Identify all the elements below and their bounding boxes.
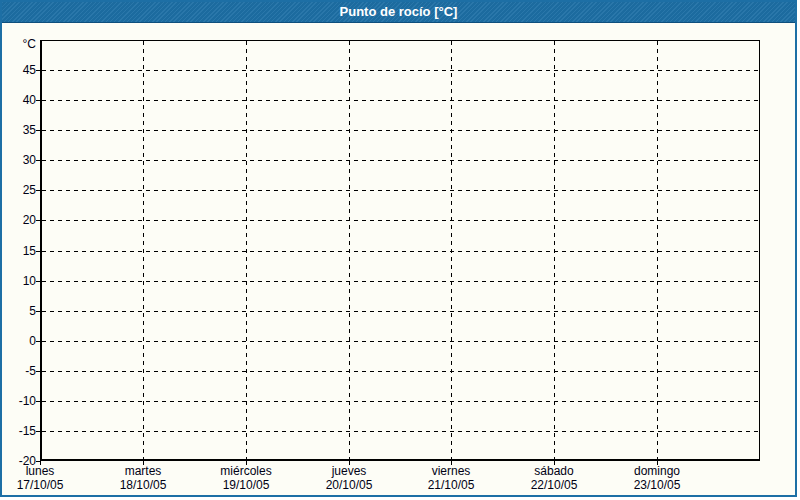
x-day-label: martes18/10/05 <box>88 464 198 492</box>
day-date: 20/10/05 <box>294 478 404 492</box>
chart-window: Punto de rocío [°C] domingo23/10/05sábad… <box>0 0 800 500</box>
day-date: 22/10/05 <box>499 478 609 492</box>
title-bar: Punto de rocío [°C] <box>2 2 795 23</box>
day-date: 17/10/05 <box>0 478 95 492</box>
chart-title: Punto de rocío [°C] <box>340 2 458 22</box>
day-name: sábado <box>499 464 609 478</box>
x-axis-tick <box>657 461 658 465</box>
day-name: viernes <box>396 464 506 478</box>
x-axis-tick <box>246 461 247 465</box>
x-axis-tick <box>40 461 41 465</box>
y-tick-label: -10 <box>0 394 36 408</box>
day-name: martes <box>88 464 198 478</box>
x-day-label: sábado22/10/05 <box>499 464 609 492</box>
y-axis-unit-label: °C <box>0 37 36 51</box>
y-tick-label: 0 <box>0 334 36 348</box>
y-tick-label: 30 <box>0 153 36 167</box>
y-tick-label: 35 <box>0 123 36 137</box>
y-tick-label: -20 <box>0 454 36 468</box>
x-axis-tick <box>451 461 452 465</box>
y-tick-label: 10 <box>0 274 36 288</box>
day-date: 18/10/05 <box>88 478 198 492</box>
day-date: 19/10/05 <box>191 478 301 492</box>
x-axis-tick <box>349 461 350 465</box>
x-day-label: jueves20/10/05 <box>294 464 404 492</box>
x-axis-tick <box>554 461 555 465</box>
y-tick-label: 5 <box>0 304 36 318</box>
day-name: jueves <box>294 464 404 478</box>
day-name: domingo <box>602 464 712 478</box>
x-day-label: domingo23/10/05 <box>602 464 712 492</box>
y-tick-label: 40 <box>0 93 36 107</box>
y-tick-label: 15 <box>0 244 36 258</box>
y-tick-label: 25 <box>0 183 36 197</box>
x-day-label: miércoles19/10/05 <box>191 464 301 492</box>
y-tick-label: -5 <box>0 364 36 378</box>
plot-area <box>40 40 760 461</box>
y-tick-label: -15 <box>0 424 36 438</box>
day-date: 23/10/05 <box>602 478 712 492</box>
day-name: miércoles <box>191 464 301 478</box>
y-tick-label: 20 <box>0 213 36 227</box>
x-axis-tick <box>143 461 144 465</box>
y-axis-tick <box>36 461 40 462</box>
x-day-label: viernes21/10/05 <box>396 464 506 492</box>
y-tick-label: 45 <box>0 63 36 77</box>
x-day-label: lunes17/10/05 <box>0 464 95 492</box>
day-date: 21/10/05 <box>396 478 506 492</box>
